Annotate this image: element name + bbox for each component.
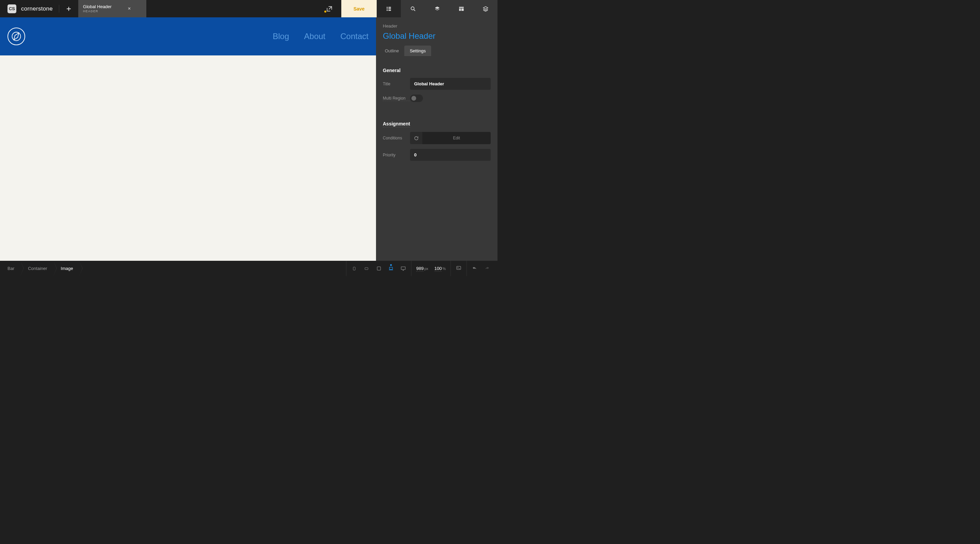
svg-rect-15	[401, 266, 405, 269]
redo-icon[interactable]	[484, 265, 490, 272]
preview-header-bar[interactable]: Blog About Contact	[0, 17, 376, 56]
svg-rect-3	[388, 7, 391, 8]
svg-point-0	[387, 7, 388, 8]
outline-tool-icon[interactable]	[377, 0, 401, 17]
layers-tool-icon[interactable]	[473, 0, 498, 17]
title-field[interactable]	[410, 78, 491, 90]
svg-rect-4	[388, 8, 391, 9]
svg-point-6	[411, 7, 414, 10]
elements-tool-icon[interactable]	[425, 0, 449, 17]
svg-rect-11	[353, 267, 355, 270]
add-button[interactable]	[59, 0, 78, 17]
console-group	[450, 261, 466, 276]
nav-link-blog[interactable]: Blog	[273, 32, 289, 41]
close-icon[interactable]	[127, 6, 131, 11]
topbar: CS cornerstone Global Header HEADER Save	[0, 0, 498, 17]
svg-rect-8	[459, 8, 461, 11]
inspector-tabs: Outline Settings	[376, 46, 498, 56]
conditions-refresh-button[interactable]	[410, 132, 422, 144]
zoom-value[interactable]: 100	[434, 266, 442, 272]
tab-settings[interactable]: Settings	[404, 46, 431, 56]
svg-rect-7	[459, 7, 464, 8]
element-breadcrumbs: Bar Container Image	[0, 261, 79, 276]
preview-logo[interactable]	[8, 27, 25, 45]
label-multiregion[interactable]: Multi Region	[383, 96, 410, 101]
priority-field[interactable]	[410, 149, 491, 161]
settings-panel: General Title Multi Region Assignment Co…	[376, 56, 498, 179]
svg-point-1	[387, 8, 388, 9]
svg-rect-12	[365, 268, 368, 270]
tab-title: Global Header	[83, 5, 111, 10]
nav-link-about[interactable]: About	[304, 32, 326, 41]
label-priority: Priority	[383, 153, 410, 157]
brand-area: CS cornerstone	[0, 0, 59, 17]
undo-icon[interactable]	[472, 265, 478, 272]
svg-rect-16	[457, 266, 461, 269]
device-desktop-icon[interactable]	[400, 266, 406, 271]
device-preview-group	[346, 261, 411, 276]
popout-button[interactable]	[318, 0, 341, 17]
search-tool-icon[interactable]	[401, 0, 425, 17]
preview-canvas[interactable]: Blog About Contact	[0, 17, 376, 261]
canvas-width-unit: px	[424, 266, 428, 271]
device-laptop-icon[interactable]	[388, 266, 394, 271]
brand-name: cornerstone	[21, 5, 53, 12]
conditions-edit-button[interactable]: Edit	[422, 132, 491, 144]
breadcrumb-bar[interactable]: Bar	[0, 261, 21, 276]
nav-link-contact[interactable]: Contact	[340, 32, 369, 41]
svg-rect-14	[390, 267, 393, 269]
main-area: Blog About Contact Header Outline Settin…	[0, 17, 498, 261]
inspector-breadcrumb[interactable]: Header	[376, 17, 498, 30]
preview-nav: Blog About Contact	[273, 32, 369, 41]
console-icon[interactable]	[456, 265, 462, 272]
section-assignment[interactable]: Assignment	[383, 121, 410, 127]
right-tools	[377, 0, 498, 17]
breadcrumb-image[interactable]: Image	[53, 261, 79, 276]
canvas-width-value[interactable]: 989	[416, 266, 424, 272]
save-button[interactable]: Save	[341, 0, 377, 17]
device-phone-icon[interactable]	[351, 266, 357, 271]
viewport-size-group: 989px 100%	[411, 261, 450, 276]
svg-point-10	[12, 32, 21, 41]
breadcrumb-container[interactable]: Container	[21, 261, 53, 276]
label-conditions: Conditions	[383, 136, 410, 140]
document-tab[interactable]: Global Header HEADER	[78, 0, 146, 17]
svg-rect-9	[461, 8, 464, 11]
inspector-sidebar: Header Outline Settings General Title Mu…	[376, 17, 498, 261]
bottombar: Bar Container Image 989px 100%	[0, 261, 498, 276]
svg-point-2	[387, 10, 388, 11]
device-tablet-icon[interactable]	[375, 266, 382, 271]
tab-subtitle: HEADER	[83, 10, 111, 13]
svg-rect-13	[377, 267, 380, 270]
save-label: Save	[353, 6, 365, 11]
zoom-unit: %	[442, 266, 446, 271]
label-title: Title	[383, 82, 410, 86]
device-phone-landscape-icon[interactable]	[363, 266, 369, 271]
multiregion-toggle[interactable]	[410, 95, 423, 102]
history-group	[466, 261, 498, 276]
brand-badge: CS	[8, 5, 16, 13]
svg-rect-5	[388, 10, 391, 11]
templates-tool-icon[interactable]	[449, 0, 473, 17]
section-general: General	[383, 68, 491, 73]
tab-outline[interactable]: Outline	[379, 46, 404, 56]
unsaved-dot-icon	[324, 11, 326, 13]
header-title-input[interactable]	[376, 30, 498, 46]
